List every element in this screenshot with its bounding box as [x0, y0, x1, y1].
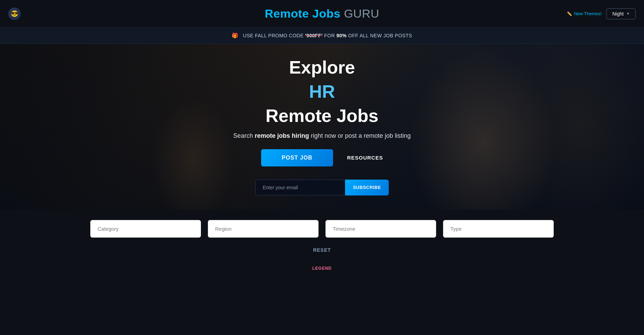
new-themes-link[interactable]: ✏️ New Themes! [567, 11, 601, 16]
reset-button[interactable]: RESET [306, 245, 338, 256]
filter-row [80, 220, 564, 238]
chevron-down-icon: ▼ [626, 12, 630, 16]
subtitle-after: right now or post a remote job listing [311, 132, 411, 139]
logo-area[interactable]: 😎 [8, 8, 21, 20]
subscribe-button[interactable]: SUBSCRIBE [345, 180, 388, 195]
resources-link[interactable]: RESOURCES [347, 155, 383, 161]
hero-section: Explore HR Remote Jobs Search remote job… [0, 44, 644, 210]
promo-text-middle: FOR [324, 33, 336, 38]
title-light: GURU [344, 7, 379, 20]
promo-text-after: OFF ALL NEW JOB POSTS [348, 33, 412, 38]
hero-line1: Explore [289, 58, 355, 76]
hero-line2: HR [309, 83, 335, 100]
site-title: Remote Jobs GURU [265, 7, 379, 20]
gift-icon: 🎁 [232, 32, 239, 38]
night-label: Night [612, 11, 624, 17]
hero-buttons: POST JOB RESOURCES [261, 149, 383, 166]
logo-emoji: 😎 [11, 10, 18, 18]
logo-icon: 😎 [8, 8, 21, 20]
subscribe-form: SUBSCRIBE [255, 180, 388, 195]
legend-title: LEGEND [7, 266, 637, 271]
title-bold: Remote Jobs [265, 7, 340, 20]
region-filter[interactable] [208, 220, 319, 238]
hero-subtitle: Search remote jobs hiring right now or p… [233, 132, 411, 140]
subtitle-bold: remote jobs hiring [255, 132, 309, 139]
promo-banner: 🎁 USE FALL PROMO CODE '900FF' FOR 90% OF… [0, 28, 644, 44]
new-themes-label: New Themes! [574, 11, 601, 16]
subtitle-before: Search [233, 132, 253, 139]
hero-content: Explore HR Remote Jobs Search remote job… [226, 58, 417, 195]
timezone-filter[interactable] [325, 220, 436, 238]
theme-toggle-button[interactable]: Night ▼ [606, 8, 636, 19]
filter-section: RESET [0, 210, 644, 262]
legend-section: LEGEND [0, 262, 644, 271]
pencil-icon: ✏️ [567, 11, 572, 16]
navbar: 😎 Remote Jobs GURU ✏️ New Themes! Night … [0, 0, 644, 28]
post-job-button[interactable]: POST JOB [261, 149, 333, 166]
navbar-right: ✏️ New Themes! Night ▼ [567, 8, 636, 19]
email-input[interactable] [255, 180, 345, 195]
hero-line3: Remote Jobs [266, 107, 379, 125]
type-filter[interactable] [443, 220, 554, 238]
promo-percent: 90% [337, 33, 347, 38]
category-filter[interactable] [90, 220, 201, 238]
promo-code: '900FF' [305, 33, 323, 38]
promo-text-before: USE FALL PROMO CODE [243, 33, 303, 38]
